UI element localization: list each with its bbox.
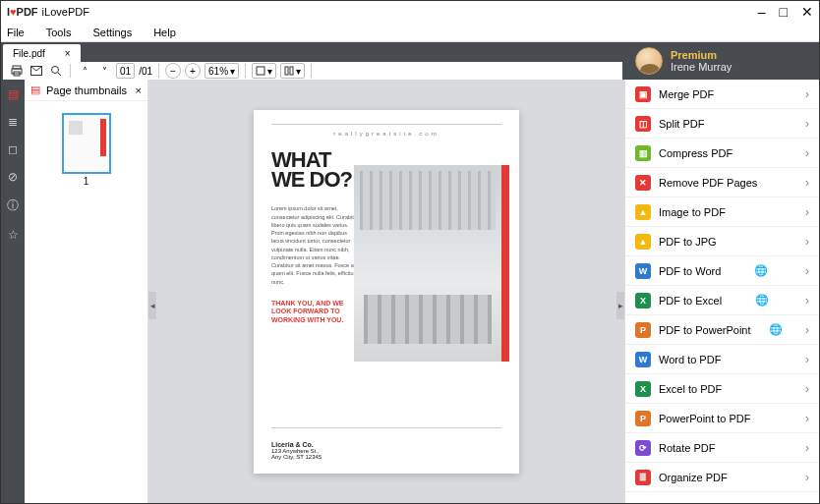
tool-icon: ≣ (635, 470, 651, 485)
attachments-icon[interactable]: ⊘ (8, 170, 18, 184)
tool-organize-pdf[interactable]: ≣Organize PDF› (625, 463, 819, 492)
tool-icon: W (635, 263, 651, 279)
tool-pdf-to-word[interactable]: WPDF to Word🌐› (625, 256, 819, 286)
tool-icon: ⟳ (635, 440, 651, 456)
app-name: iLovePDF (42, 6, 89, 18)
user-tier: Premium (671, 49, 732, 61)
chevron-right-icon: › (805, 146, 809, 160)
tool-icon: ▲ (635, 234, 651, 250)
tool-pdf-to-powerpoint[interactable]: PPDF to PowerPoint🌐› (625, 315, 819, 345)
svg-rect-8 (290, 67, 293, 75)
menu-file[interactable]: File (7, 27, 25, 38)
tool-remove-pdf-pages[interactable]: ✕Remove PDF Pages› (625, 168, 819, 197)
tool-pdf-to-jpg[interactable]: ▲PDF to JPG› (625, 227, 819, 256)
tool-label: Compress PDF (659, 147, 732, 159)
svg-rect-6 (257, 67, 264, 75)
page-thumbnail[interactable] (62, 113, 111, 174)
tool-icon: ▣ (635, 86, 651, 102)
avatar (635, 47, 663, 75)
tool-icon: X (635, 293, 651, 308)
fit-mode-button[interactable]: ▾ (252, 63, 276, 79)
tool-label: Remove PDF Pages (659, 177, 757, 189)
doc-footer: Liceria & Co. 123 Anywhere St., Any City… (271, 441, 322, 460)
tool-label: Word to PDF (659, 354, 721, 365)
search-icon[interactable] (48, 63, 64, 79)
zoom-out-icon[interactable]: − (165, 63, 181, 79)
document-tab[interactable]: File.pdf × (3, 44, 81, 62)
web-icon: 🌐 (755, 294, 769, 307)
tool-word-to-pdf[interactable]: WWord to PDF› (625, 345, 819, 374)
page-down-icon[interactable]: ˅ (96, 63, 112, 79)
tool-icon: P (635, 411, 651, 426)
chevron-right-icon: › (805, 353, 809, 366)
tool-icon: X (635, 381, 651, 397)
info-icon[interactable]: ⓘ (7, 197, 19, 214)
chevron-right-icon: › (805, 412, 809, 425)
bookmarks-icon[interactable]: ◻ (8, 142, 18, 156)
tool-label: PDF to Excel (659, 295, 722, 307)
menubar: File Tools Settings Help (1, 23, 819, 42)
user-block[interactable]: Premium Irene Murray (627, 42, 819, 80)
svg-point-4 (52, 67, 59, 74)
print-icon[interactable] (9, 63, 25, 79)
collapse-left-icon[interactable]: ◂ (148, 292, 156, 319)
chevron-right-icon: › (805, 323, 809, 337)
layers-icon[interactable]: ≣ (8, 115, 18, 129)
tool-label: PDF to JPG (659, 236, 717, 248)
web-icon: 🌐 (769, 323, 783, 336)
chevron-down-icon: ▾ (230, 66, 235, 77)
email-icon[interactable] (29, 63, 44, 79)
zoom-in-icon[interactable]: + (185, 63, 201, 79)
tool-compress-pdf[interactable]: ▥Compress PDF› (625, 139, 819, 168)
thumbnails-close-icon[interactable]: × (136, 84, 142, 96)
chevron-right-icon: › (805, 205, 809, 219)
tool-icon: ▲ (635, 204, 651, 220)
zoom-field[interactable]: 61% ▾ (205, 63, 239, 79)
tool-powerpoint-to-pdf[interactable]: PPowerPoint to PDF› (625, 404, 819, 433)
menu-tools[interactable]: Tools (46, 27, 72, 38)
page-number-field[interactable]: 01 (116, 63, 135, 79)
user-name: Irene Murray (671, 61, 732, 73)
tab-close-icon[interactable]: × (65, 48, 71, 59)
thumbnails-icon[interactable]: ▤ (8, 87, 19, 101)
tool-pdf-to-excel[interactable]: XPDF to Excel🌐› (625, 286, 819, 315)
tool-rotate-pdf[interactable]: ⟳Rotate PDF› (625, 433, 819, 463)
tool-label: Excel to PDF (659, 383, 722, 395)
web-icon: 🌐 (754, 264, 768, 277)
titlebar: I♥PDF iLovePDF – □ ✕ (1, 1, 819, 23)
tool-label: Split PDF (659, 118, 704, 130)
collapse-right-icon[interactable]: ▸ (616, 292, 624, 319)
menu-settings[interactable]: Settings (92, 27, 132, 38)
tools-panel: ▣Merge PDF›◫Split PDF›▥Compress PDF›✕Rem… (624, 80, 819, 503)
chevron-right-icon: › (805, 87, 809, 101)
doc-site: reallygreatsite.com (271, 131, 501, 137)
doc-hero-image (354, 165, 501, 362)
doc-thanks: THANK YOU, AND WE LOOK FORWARD TO WORKIN… (271, 300, 360, 324)
chevron-right-icon: › (805, 235, 809, 249)
maximize-button[interactable]: □ (780, 4, 788, 20)
minimize-button[interactable]: – (758, 4, 766, 20)
tool-label: PDF to PowerPoint (659, 324, 751, 336)
tool-label: Image to PDF (659, 206, 726, 218)
tool-label: PDF to Word (659, 265, 721, 277)
tool-image-to-pdf[interactable]: ▲Image to PDF› (625, 197, 819, 227)
page-total: /01 (139, 66, 152, 77)
app-logo: I♥PDF (7, 6, 38, 18)
tool-merge-pdf[interactable]: ▣Merge PDF› (625, 80, 819, 109)
tool-label: Rotate PDF (659, 442, 715, 454)
tool-icon: ◫ (635, 116, 651, 132)
thumbnails-panel: ▤ Page thumbnails × 1 (25, 80, 148, 503)
tool-excel-to-pdf[interactable]: XExcel to PDF› (625, 374, 819, 404)
tool-split-pdf[interactable]: ◫Split PDF› (625, 109, 819, 139)
page-up-icon[interactable]: ˄ (77, 63, 92, 79)
signatures-icon[interactable]: ☆ (8, 228, 19, 242)
tool-icon: P (635, 322, 651, 338)
tool-icon: ▥ (635, 145, 651, 161)
menu-help[interactable]: Help (153, 27, 176, 38)
thumbnails-title: Page thumbnails (46, 84, 127, 96)
svg-line-5 (58, 73, 61, 76)
page-current: 01 (120, 66, 131, 77)
layout-mode-button[interactable]: ▾ (280, 63, 305, 79)
close-button[interactable]: ✕ (801, 4, 813, 20)
viewer: ◂ ▸ reallygreatsite.com WHAT WE DO? Lore… (148, 80, 624, 503)
